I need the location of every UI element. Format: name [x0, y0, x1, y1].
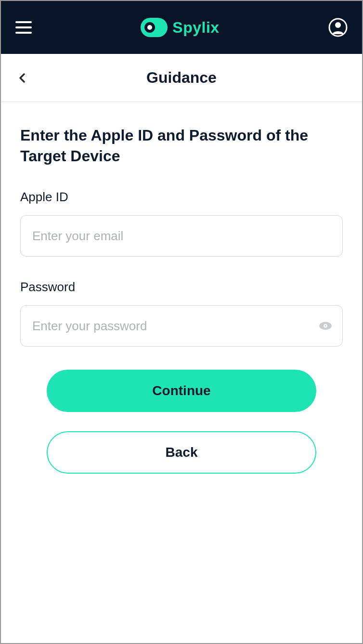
- brand-logo-icon: [141, 18, 168, 37]
- page-subheader: Guidance: [1, 54, 362, 102]
- apple-id-input[interactable]: [20, 215, 343, 257]
- apple-id-field-group: Apple ID: [20, 190, 343, 257]
- subheader-title: Guidance: [146, 69, 217, 87]
- main-content: Enter the Apple ID and Password of the T…: [1, 102, 362, 643]
- back-button[interactable]: Back: [47, 431, 316, 474]
- profile-avatar-icon[interactable]: [328, 18, 348, 37]
- password-input[interactable]: [20, 305, 343, 347]
- password-label: Password: [20, 280, 343, 295]
- app-header: Spylix: [1, 1, 362, 54]
- page-title: Enter the Apple ID and Password of the T…: [20, 125, 343, 167]
- brand-text: Spylix: [172, 19, 219, 37]
- svg-point-1: [335, 22, 341, 28]
- svg-point-4: [324, 325, 326, 327]
- toggle-password-visibility-icon[interactable]: [318, 318, 333, 334]
- hamburger-menu-icon[interactable]: [15, 21, 32, 34]
- password-field-group: Password: [20, 280, 343, 347]
- button-row: Continue Back: [20, 370, 343, 474]
- continue-button[interactable]: Continue: [47, 370, 316, 412]
- brand: Spylix: [141, 18, 219, 37]
- back-chevron-icon[interactable]: [15, 71, 29, 85]
- apple-id-label: Apple ID: [20, 190, 343, 205]
